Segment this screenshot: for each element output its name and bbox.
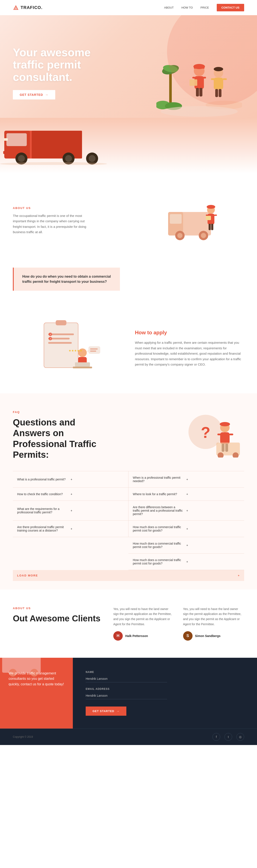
faq-expand-icon[interactable]: + xyxy=(71,477,124,481)
about-body: The occupational traffic permit is one o… xyxy=(13,213,94,235)
nav-links: ABOUT HOW TO PRICE CONTACT US xyxy=(164,4,244,11)
faq-title: Questions and Answers on Professional Tr… xyxy=(13,417,98,460)
name-field-group: Name xyxy=(86,671,167,682)
svg-rect-68 xyxy=(88,346,100,354)
hero-cta-label: GET STARTED xyxy=(20,93,43,96)
nav-link-price[interactable]: PRICE xyxy=(200,6,209,9)
contact-left-text: We provide traffic management consultant… xyxy=(8,671,64,687)
svg-point-44 xyxy=(201,233,206,238)
svg-point-34 xyxy=(89,155,95,162)
faq-item[interactable]: What are the requirements for a professi… xyxy=(13,501,128,521)
nav-contact-button[interactable]: CONTACT US xyxy=(217,4,244,11)
faq-question: What is a professional traffic permit? xyxy=(17,477,71,481)
faq-expand-icon[interactable]: + xyxy=(186,544,240,547)
faq-svg: ? xyxy=(178,410,242,458)
email-field-group: Email address xyxy=(86,687,167,699)
svg-rect-75 xyxy=(220,432,230,444)
svg-rect-55 xyxy=(56,320,66,326)
svg-rect-47 xyxy=(206,215,209,216)
svg-point-51 xyxy=(207,205,215,209)
svg-rect-58 xyxy=(48,342,72,344)
svg-rect-50 xyxy=(211,224,213,230)
clients-label: ABOUT US xyxy=(13,607,101,610)
svg-text:✓: ✓ xyxy=(50,338,51,340)
avatar-2-initial: S xyxy=(186,633,189,638)
contact-submit-arrow: → xyxy=(116,710,119,713)
svg-rect-36 xyxy=(4,138,8,141)
testimonial-2-text: Yes, you will need to have the land owne… xyxy=(183,607,245,627)
faq-expand-icon[interactable]: + xyxy=(71,527,124,530)
social-icons: f t ◎ xyxy=(212,733,244,741)
nav-link-howto[interactable]: HOW TO xyxy=(181,6,193,9)
faq-expand-icon[interactable]: + xyxy=(186,527,240,530)
hero-cta-button[interactable]: GET STARTED → xyxy=(13,90,55,99)
svg-rect-77 xyxy=(229,434,233,435)
faq-expand-icon[interactable]: + xyxy=(186,492,240,496)
faq-item[interactable]: How much does a commercial traffic permi… xyxy=(128,554,244,570)
svg-rect-76 xyxy=(218,434,221,435)
faq-item[interactable]: Are there differences between a traffic … xyxy=(128,501,244,521)
facebook-icon[interactable]: f xyxy=(212,733,220,741)
testimonial-1-author: H Halk Pettersson xyxy=(113,631,175,641)
faq-question: How much does a commercial traffic permi… xyxy=(133,542,186,549)
svg-point-32 xyxy=(65,155,72,162)
svg-rect-70 xyxy=(90,348,98,349)
faq-item[interactable]: How to check the traffic condition? + xyxy=(13,488,128,501)
name-input[interactable] xyxy=(86,675,167,682)
svg-point-8 xyxy=(161,106,238,117)
twitter-icon[interactable]: t xyxy=(224,733,232,741)
faq-item[interactable]: How much does a commercial traffic permi… xyxy=(128,537,244,554)
copyright-text: Copyright © 2019 xyxy=(13,735,33,738)
faq-question: When is a professional traffic permit ne… xyxy=(133,476,186,483)
faq-expand-icon[interactable]: + xyxy=(71,492,124,496)
svg-text:★★★★★: ★★★★★ xyxy=(68,349,82,352)
svg-rect-52 xyxy=(206,216,211,220)
testimonial-1: Yes, you will need to have the land owne… xyxy=(113,607,175,641)
svg-rect-28 xyxy=(32,131,82,158)
contact-submit-button[interactable]: GET STARTED → xyxy=(86,707,126,716)
faq-item[interactable]: Are there professional traffic permit tr… xyxy=(13,521,128,537)
instagram-icon[interactable]: ◎ xyxy=(236,733,244,741)
truck-section xyxy=(0,118,257,174)
faq-expand-icon[interactable]: + xyxy=(186,477,240,481)
svg-point-80 xyxy=(220,422,230,426)
svg-rect-27 xyxy=(6,133,27,146)
email-input[interactable] xyxy=(86,692,167,699)
contact-right: Name Email address GET STARTED → xyxy=(73,658,257,728)
about-label: ABOUT US xyxy=(13,207,122,210)
faq-section: FAQ Questions and Answers on Professiona… xyxy=(0,393,257,589)
clients-title: Out Awesome Clients xyxy=(13,613,101,623)
question-text: How do you do when you need to obtain a … xyxy=(22,274,111,284)
hero-title: Your awesome traffic permit consultant. xyxy=(13,46,116,83)
clients-testimonials: Yes, you will need to have the land owne… xyxy=(113,607,244,641)
faq-item[interactable]: How much does a commercial traffic permi… xyxy=(128,521,244,537)
load-more-button[interactable]: LOAD MORE + xyxy=(13,570,244,581)
faq-header: FAQ Questions and Answers on Professiona… xyxy=(13,410,244,460)
svg-rect-65 xyxy=(73,367,92,368)
faq-item[interactable]: When is a professional traffic permit ne… xyxy=(128,471,244,488)
hero-content: Your awesome traffic permit consultant. … xyxy=(13,46,116,99)
faq-question: Where to look for a traffic permit? xyxy=(133,492,186,496)
how-title: How to apply xyxy=(135,330,244,336)
how-section: ✓ ✓ ★★★★★ How to apply When applying for… xyxy=(0,304,257,393)
faq-expand-icon[interactable]: + xyxy=(186,509,240,512)
faq-item[interactable]: Where to look for a traffic permit? + xyxy=(128,488,244,501)
faq-expand-icon[interactable]: + xyxy=(186,560,240,563)
faq-item[interactable]: What is a professional traffic permit? + xyxy=(13,471,128,488)
how-illustration: ✓ ✓ ★★★★★ xyxy=(13,316,122,380)
load-more-icon: + xyxy=(238,574,240,577)
load-more-label: LOAD MORE xyxy=(17,574,38,577)
author-2-name: Simon Sandbergs xyxy=(195,634,221,638)
faq-expand-icon[interactable]: + xyxy=(71,509,124,512)
nav-link-about[interactable]: ABOUT xyxy=(164,6,174,9)
svg-rect-3 xyxy=(169,71,172,105)
how-body: When applying for a traffic permit, ther… xyxy=(135,340,244,367)
svg-rect-53 xyxy=(44,323,78,368)
faq-question: How much does a commercial traffic permi… xyxy=(133,558,186,565)
faq-title-area: FAQ Questions and Answers on Professiona… xyxy=(13,410,98,460)
contact-submit-label: GET STARTED xyxy=(92,710,114,713)
contact-section: We provide traffic management consultant… xyxy=(0,658,257,728)
contact-form: Name Email address GET STARTED → xyxy=(86,671,167,716)
logo-icon xyxy=(13,5,19,11)
svg-rect-66 xyxy=(75,362,90,367)
